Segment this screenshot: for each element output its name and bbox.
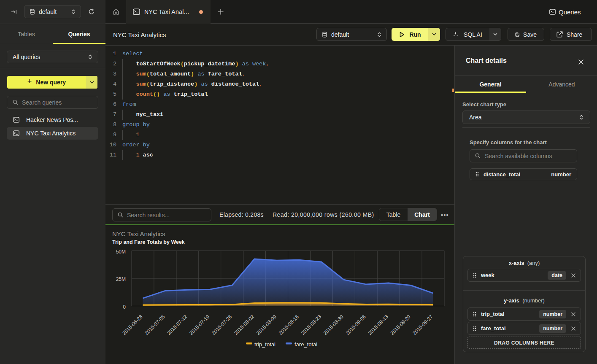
svg-text:2015-09-27: 2015-09-27 [411, 313, 434, 336]
svg-text:2015-08-09: 2015-08-09 [255, 313, 278, 336]
svg-text:2015-07-05: 2015-07-05 [143, 313, 166, 336]
svg-text:2015-08-23: 2015-08-23 [300, 313, 323, 336]
svg-text:2015-06-28: 2015-06-28 [121, 313, 144, 336]
svg-text:2015-08-02: 2015-08-02 [233, 313, 256, 336]
svg-text:2015-07-26: 2015-07-26 [211, 313, 233, 336]
svg-text:0: 0 [123, 304, 126, 310]
svg-text:2015-09-13: 2015-09-13 [367, 313, 390, 336]
svg-text:trip_total: trip_total [254, 341, 276, 348]
svg-text:2015-08-30: 2015-08-30 [322, 313, 345, 336]
svg-text:fare_total: fare_total [294, 341, 317, 348]
svg-text:2015-09-20: 2015-09-20 [389, 313, 412, 336]
svg-text:2015-08-16: 2015-08-16 [278, 313, 300, 336]
svg-text:2015-07-12: 2015-07-12 [166, 313, 189, 336]
svg-text:50M: 50M [116, 249, 126, 255]
svg-text:25M: 25M [116, 276, 126, 282]
svg-text:2015-07-19: 2015-07-19 [188, 313, 211, 336]
svg-text:2015-09-06: 2015-09-06 [345, 313, 367, 336]
